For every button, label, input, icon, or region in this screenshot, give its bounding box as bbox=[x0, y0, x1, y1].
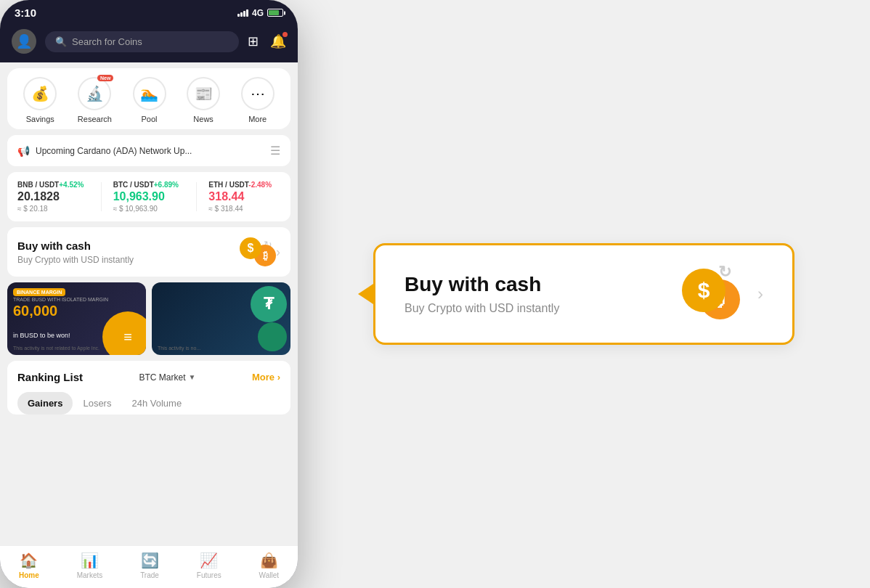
btc-change: +6.89% bbox=[154, 181, 179, 189]
phone-screen: 3:10 4G 👤 🔍 Search for C bbox=[0, 0, 298, 588]
bnb-price: 20.1828 bbox=[17, 190, 89, 203]
banner2-disclaimer: This activity is no... bbox=[158, 346, 285, 351]
ranking-tabs: Gainers Losers 24h Volume bbox=[17, 392, 280, 415]
new-badge: New bbox=[97, 75, 113, 81]
more-icon-wrap: ⋯ bbox=[241, 77, 275, 110]
filter-chevron-icon: ▼ bbox=[189, 373, 196, 381]
nav-trade[interactable]: 🔄 Trade bbox=[140, 552, 159, 579]
signal-bar-1 bbox=[237, 14, 240, 17]
expanded-title: Buy with cash bbox=[404, 273, 682, 296]
expanded-icons: $ ↻ ₿ › bbox=[682, 269, 763, 319]
wallet-icon: 👜 bbox=[260, 552, 278, 569]
arrow-right-icon: › bbox=[276, 245, 280, 260]
nav-markets[interactable]: 📊 Markets bbox=[77, 552, 103, 579]
markets-label: Markets bbox=[77, 571, 103, 579]
research-label: Research bbox=[78, 115, 112, 123]
more-label: More bbox=[248, 115, 267, 123]
savings-icon-wrap: 💰 bbox=[23, 77, 57, 110]
news-icon: 📰 bbox=[195, 85, 213, 102]
ranking-filter[interactable]: BTC Market ▼ bbox=[139, 372, 196, 383]
signal-bars bbox=[237, 9, 248, 17]
bell-wrap[interactable]: 🔔 bbox=[270, 33, 286, 49]
home-icon: 🏠 bbox=[20, 552, 38, 569]
filter-label: BTC Market bbox=[139, 372, 186, 383]
exp-dollar-circle: $ ↻ bbox=[682, 269, 725, 312]
ranking-section: Ranking List BTC Market ▼ More › Gainers… bbox=[7, 361, 290, 415]
battery-fill bbox=[269, 10, 279, 15]
signal-bar-3 bbox=[243, 11, 245, 17]
action-pool[interactable]: 🏊 Pool bbox=[133, 77, 166, 123]
buy-cash-card[interactable]: Buy with cash Buy Crypto with USD instan… bbox=[7, 227, 290, 277]
action-more[interactable]: ⋯ More bbox=[241, 77, 275, 123]
ranking-more-link[interactable]: More › bbox=[252, 372, 280, 383]
pool-icon: 🏊 bbox=[140, 85, 158, 102]
main-content: 💰 Savings 🔬 New Research 🏊 Pool bbox=[0, 62, 298, 545]
search-input-wrap[interactable]: 🔍 Search for Coins bbox=[45, 31, 239, 52]
expanded-card-left: Buy with cash Buy Crypto with USD instan… bbox=[404, 273, 682, 315]
ticker-row: BNB / USDT+4.52% 20.1828 ≈ $ 20.18 BTC /… bbox=[17, 181, 280, 213]
bnb-usd: ≈ $ 20.18 bbox=[17, 205, 89, 213]
signal-bar-2 bbox=[240, 12, 243, 17]
buy-cash-title: Buy with cash bbox=[17, 240, 240, 252]
tab-gainers[interactable]: Gainers bbox=[17, 392, 73, 415]
tab-volume[interactable]: 24h Volume bbox=[121, 392, 192, 415]
search-actions: ⊞ 🔔 bbox=[248, 33, 286, 49]
eth-change: -2.48% bbox=[248, 181, 272, 189]
notification-dot bbox=[282, 32, 288, 37]
network-label: 4G bbox=[252, 8, 264, 18]
scan-icon[interactable]: ⊞ bbox=[248, 33, 259, 49]
savings-icon: 💰 bbox=[31, 85, 49, 102]
ticker-btc[interactable]: BTC / USDT+6.89% 10,963.90 ≈ $ 10,963.90 bbox=[113, 181, 185, 213]
nav-futures[interactable]: 📈 Futures bbox=[197, 552, 221, 579]
banner-card-1[interactable]: BINANCE MARGIN TRADE BUSD WITH ISOLATED … bbox=[7, 282, 146, 355]
price-ticker: BNB / USDT+4.52% 20.1828 ≈ $ 20.18 BTC /… bbox=[7, 172, 290, 221]
savings-label: Savings bbox=[26, 115, 54, 123]
search-icon: 🔍 bbox=[55, 36, 67, 47]
pool-icon-wrap: 🏊 bbox=[133, 77, 166, 110]
dollar-circle: $ bbox=[240, 237, 261, 259]
tether-icon: ₮ bbox=[251, 286, 287, 322]
list-icon: ☰ bbox=[270, 144, 280, 158]
banner-card-2[interactable]: ₮ This activity is no... bbox=[152, 282, 290, 355]
ticker-btc-pair: BTC / USDT+6.89% bbox=[113, 181, 185, 189]
buy-cash-subtitle: Buy Crypto with USD instantly bbox=[17, 255, 240, 265]
banner1-label: BINANCE MARGIN bbox=[13, 288, 65, 296]
btc-price: 10,963.90 bbox=[113, 190, 185, 203]
news-label: News bbox=[193, 115, 214, 123]
nav-wallet[interactable]: 👜 Wallet bbox=[259, 552, 279, 579]
action-research[interactable]: 🔬 New Research bbox=[78, 77, 112, 123]
tooltip-area: Buy with cash Buy Crypto with USD instan… bbox=[298, 214, 870, 374]
banner-row: BINANCE MARGIN TRADE BUSD WITH ISOLATED … bbox=[7, 282, 290, 355]
expanded-buy-cash-card: Buy with cash Buy Crypto with USD instan… bbox=[373, 243, 794, 345]
exp-arrow-icon: › bbox=[757, 284, 763, 304]
more-icon: ⋯ bbox=[251, 85, 265, 102]
futures-label: Futures bbox=[197, 571, 221, 579]
ticker-eth[interactable]: ETH / USDT-2.48% 318.44 ≈ $ 318.44 bbox=[208, 181, 280, 213]
ranking-header: Ranking List BTC Market ▼ More › bbox=[17, 371, 280, 383]
cash-icon-wrap: $ ₿ ↻ bbox=[240, 237, 276, 266]
status-icons: 4G bbox=[237, 8, 283, 18]
buy-cash-icons: $ ₿ ↻ bbox=[240, 237, 276, 266]
announcement-text: Upcoming Cardano (ADA) Network Up... bbox=[36, 146, 264, 156]
quick-actions-card: 💰 Savings 🔬 New Research 🏊 Pool bbox=[7, 68, 290, 129]
ranking-title: Ranking List bbox=[17, 371, 83, 383]
eth-price: 318.44 bbox=[208, 190, 280, 203]
action-news[interactable]: 📰 News bbox=[187, 77, 220, 123]
btc-usd: ≈ $ 10,963.90 bbox=[113, 205, 185, 213]
ticker-bnb-pair: BNB / USDT+4.52% bbox=[17, 181, 89, 189]
announcement-bar[interactable]: 📢 Upcoming Cardano (ADA) Network Up... ☰ bbox=[7, 135, 290, 166]
wallet-label: Wallet bbox=[259, 571, 279, 579]
search-bar: 👤 🔍 Search for Coins ⊞ 🔔 bbox=[0, 23, 298, 62]
markets-icon: 📊 bbox=[81, 552, 99, 569]
tab-losers[interactable]: Losers bbox=[73, 392, 121, 415]
research-icon-wrap: 🔬 New bbox=[78, 77, 111, 110]
exp-refresh-icon: ↻ bbox=[718, 263, 731, 282]
banner1-amount: 60,000 bbox=[13, 303, 57, 319]
avatar-button[interactable]: 👤 bbox=[12, 29, 36, 54]
signal-bar-4 bbox=[246, 9, 248, 17]
ticker-bnb[interactable]: BNB / USDT+4.52% 20.1828 ≈ $ 20.18 bbox=[17, 181, 89, 213]
nav-home[interactable]: 🏠 Home bbox=[19, 552, 39, 579]
action-savings[interactable]: 💰 Savings bbox=[23, 77, 57, 123]
trade-icon: 🔄 bbox=[141, 552, 159, 569]
ticker-divider-1 bbox=[101, 182, 102, 211]
